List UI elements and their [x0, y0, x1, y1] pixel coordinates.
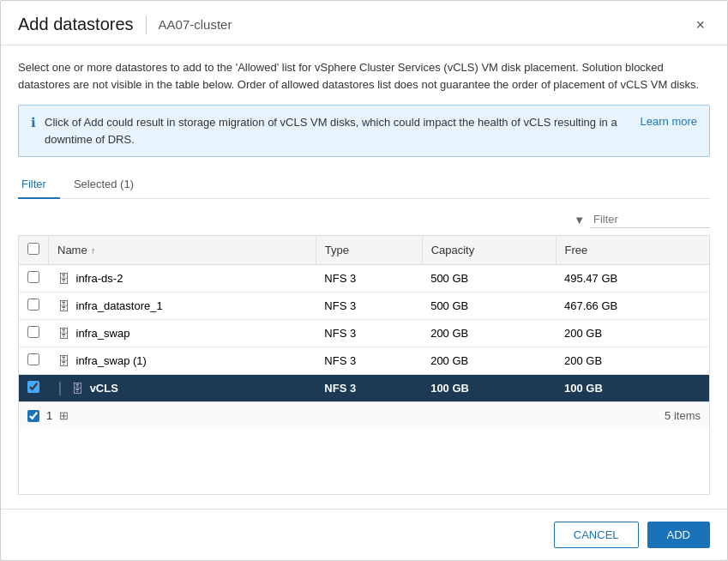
row-capacity: 100 GB — [422, 375, 556, 402]
row-capacity: 200 GB — [422, 347, 556, 375]
banner-text: Click of Add could result in storage mig… — [45, 114, 632, 148]
row-type: NFS 3 — [316, 375, 422, 402]
datastore-icon: 🗄 — [57, 327, 69, 341]
row-name: 🗄infra_swap (1) — [49, 347, 316, 375]
row-name-label: infra_swap (1) — [76, 354, 147, 367]
row-name: 🗄infra_swap — [49, 320, 316, 347]
row-name-label: infra_datastore_1 — [76, 299, 163, 312]
datastore-icon: 🗄 — [57, 299, 69, 313]
row-free: 495.47 GB — [556, 265, 709, 293]
row-name-label: infra_swap — [76, 327, 130, 340]
row-checkbox[interactable] — [27, 353, 39, 365]
row-capacity: 200 GB — [422, 320, 556, 347]
table-row: │🗄vCLSNFS 3100 GB100 GB — [19, 375, 709, 402]
row-type: NFS 3 — [316, 293, 422, 320]
cancel-button[interactable]: CANCEL — [554, 522, 639, 548]
dialog-header: Add datastores AA07-cluster × — [1, 1, 727, 45]
row-checkbox-cell — [19, 347, 49, 375]
row-checkbox-cell — [19, 320, 49, 347]
header-separator — [146, 15, 147, 34]
filter-icon: ▼ — [574, 214, 585, 226]
tabs-container: Filter Selected (1) — [18, 171, 710, 199]
tab-selected[interactable]: Selected (1) — [70, 171, 147, 199]
columns-icon[interactable]: ⊞ — [59, 409, 69, 422]
datastore-icon: 🗄 — [57, 272, 69, 286]
dialog-subtitle: AA07-cluster — [159, 17, 232, 32]
row-capacity: 500 GB — [422, 265, 556, 293]
row-checkbox[interactable] — [27, 326, 39, 338]
sort-asc-icon: ↑ — [91, 245, 96, 256]
header-capacity: Capacity — [422, 236, 556, 265]
tab-filter[interactable]: Filter — [18, 171, 60, 199]
add-datastores-dialog: Add datastores AA07-cluster × Select one… — [0, 0, 728, 561]
row-name: │🗄vCLS — [49, 375, 316, 402]
add-button[interactable]: ADD — [647, 522, 710, 548]
row-checkbox[interactable] — [27, 381, 39, 393]
row-checkbox[interactable] — [27, 271, 39, 283]
row-free: 100 GB — [556, 375, 709, 402]
info-banner: ℹ Click of Add could result in storage m… — [18, 105, 710, 157]
learn-more-link[interactable]: Learn more — [641, 115, 697, 128]
row-checkbox-cell — [19, 375, 49, 402]
datastore-icon: 🗄 — [71, 382, 83, 395]
row-capacity: 500 GB — [422, 293, 556, 320]
dialog-title: Add datastores — [18, 15, 134, 34]
dialog-body: Select one or more datastores to add to … — [1, 45, 727, 509]
row-type: NFS 3 — [316, 347, 422, 375]
table-header-row: Name ↑ Type Capacity Free — [19, 236, 709, 265]
header-type: Type — [316, 236, 422, 265]
header-checkbox-cell — [19, 236, 49, 265]
row-checkbox-cell — [19, 293, 49, 320]
row-free: 200 GB — [556, 347, 709, 375]
row-checkbox-cell — [19, 265, 49, 293]
items-count: 5 items — [665, 409, 701, 422]
select-all-checkbox[interactable] — [27, 243, 39, 255]
header-name: Name ↑ — [49, 236, 316, 265]
row-free: 467.66 GB — [556, 293, 709, 320]
row-vline: │ — [57, 382, 64, 395]
close-button[interactable]: × — [690, 15, 710, 34]
row-name: 🗄infra_datastore_1 — [49, 293, 316, 320]
footer-checkbox[interactable] — [27, 410, 39, 422]
table-row: 🗄infra_datastore_1NFS 3500 GB467.66 GB — [19, 293, 709, 320]
dialog-footer: CANCEL ADD — [1, 509, 727, 560]
info-icon: ℹ — [31, 115, 36, 130]
row-name-label: infra-ds-2 — [76, 272, 123, 285]
row-checkbox[interactable] — [27, 299, 39, 311]
row-type: NFS 3 — [316, 320, 422, 347]
row-name-label: vCLS — [90, 382, 118, 395]
table-row: 🗄infra_swapNFS 3200 GB200 GB — [19, 320, 709, 347]
description-text: Select one or more datastores to add to … — [18, 59, 710, 93]
row-name: 🗄infra-ds-2 — [49, 265, 316, 293]
table-wrap: Name ↑ Type Capacity Free 🗄infra-ds-2NFS… — [18, 235, 710, 495]
row-free: 200 GB — [556, 320, 709, 347]
table-row: 🗄infra_swap (1)NFS 3200 GB200 GB — [19, 347, 709, 375]
datastore-icon: 🗄 — [57, 354, 69, 368]
table-toolbar: ▼ — [18, 211, 710, 228]
header-name-label: Name — [57, 244, 87, 256]
table-footer: 1 ⊞ 5 items — [19, 401, 709, 429]
row-type: NFS 3 — [316, 265, 422, 293]
filter-input[interactable] — [590, 211, 710, 228]
datastores-table: Name ↑ Type Capacity Free 🗄infra-ds-2NFS… — [19, 236, 709, 401]
table-row: 🗄infra-ds-2NFS 3500 GB495.47 GB — [19, 265, 709, 293]
header-free: Free — [556, 236, 709, 265]
